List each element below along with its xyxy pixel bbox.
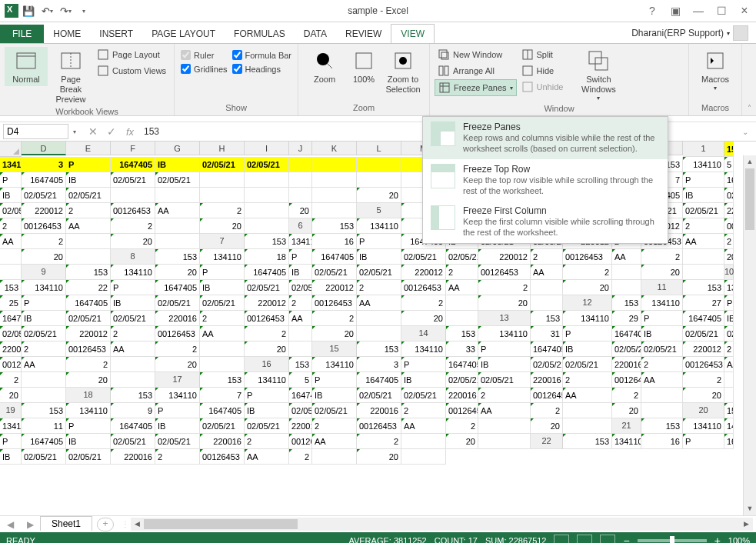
cell-D12[interactable]: 153 [612, 295, 641, 311]
row-header-18[interactable]: 18 [66, 388, 111, 403]
cell-D7[interactable]: 153 [245, 234, 289, 249]
cell-E1[interactable]: 134110 [0, 157, 22, 172]
cell-J16[interactable]: 02/05/21 [531, 357, 563, 372]
scroll-up-icon[interactable]: ▲ [744, 155, 756, 168]
row-header-20[interactable]: 20 [683, 403, 724, 418]
freeze-first-column-item[interactable]: Freeze First Column Keep the first colum… [423, 201, 668, 243]
cell-J1[interactable]: 02/05/21 [200, 157, 245, 172]
cell-I9[interactable]: IB [289, 265, 312, 280]
cell-R21[interactable]: 20 [446, 434, 478, 449]
page-break-view-icon[interactable] [600, 535, 615, 543]
cell-Q14[interactable] [200, 341, 245, 357]
cell-K9[interactable]: 02/05/21 [357, 265, 401, 280]
cell-H1[interactable]: 1647405 [111, 157, 155, 172]
row-header-21[interactable]: 21 [612, 418, 641, 434]
scroll-right-icon[interactable]: ▶ [740, 518, 753, 531]
cell-M22[interactable]: 2 [155, 449, 200, 465]
normal-view-icon[interactable] [554, 535, 569, 543]
cell-M13[interactable]: 2 [111, 326, 155, 341]
cell-O2[interactable] [312, 172, 357, 188]
cell-N9[interactable]: 00126453 [478, 265, 531, 280]
cell-K8[interactable]: 02/05/21 [446, 249, 478, 265]
row-header-11[interactable]: 11 [641, 280, 683, 295]
scroll-down-icon[interactable]: ▼ [744, 502, 756, 515]
cell-Q22[interactable] [312, 449, 357, 465]
cell-N8[interactable]: 00126453 [563, 249, 612, 265]
cell-G11[interactable]: P [22, 295, 66, 311]
custom-views-button[interactable]: Custom Views [94, 63, 169, 78]
cell-E7[interactable]: 134110 [289, 234, 312, 249]
cell-F14[interactable]: 31 [531, 326, 563, 341]
cell-N13[interactable]: 00126453 [155, 326, 200, 341]
cell-D6[interactable]: 153 [312, 218, 357, 234]
cell-K3[interactable]: 02/05/21 [66, 188, 111, 203]
cell-I20[interactable]: IB [155, 418, 200, 434]
formula-bar-checkbox[interactable]: Formula Bar [231, 48, 294, 62]
maximize-icon[interactable]: ☐ [710, 0, 733, 22]
cell-Q8[interactable] [683, 249, 724, 265]
cell-O17[interactable]: AA [641, 372, 683, 388]
cell-F11[interactable]: 25 [0, 295, 22, 311]
cell-E15[interactable]: 134110 [401, 341, 446, 357]
cell-H2[interactable]: 1647405 [22, 172, 66, 188]
cell-P20[interactable]: 2 [446, 418, 478, 434]
cell-M12[interactable]: 2 [200, 311, 245, 326]
cell-E14[interactable]: 134110 [478, 326, 531, 341]
ruler-checkbox[interactable]: Ruler [179, 48, 228, 62]
cell-F18[interactable]: 7 [200, 388, 245, 403]
cell-L19[interactable]: 220016 [357, 403, 401, 418]
cell-F9[interactable]: 20 [155, 265, 200, 280]
cell-R7[interactable]: 20 [22, 249, 66, 265]
cell-N22[interactable]: 00126453 [200, 449, 245, 465]
cell-O5[interactable]: AA [66, 218, 111, 234]
cell-L17[interactable]: 220016 [531, 372, 563, 388]
cell-K12[interactable]: 02/05/21 [111, 311, 155, 326]
cell-M1[interactable] [312, 157, 357, 172]
zoom-slider[interactable] [638, 539, 707, 542]
cell-N21[interactable]: 00126453 [289, 434, 312, 449]
zoom-out-button[interactable]: − [623, 535, 629, 543]
redo-icon[interactable]: ↷▾ [57, 2, 74, 19]
help-icon[interactable]: ? [641, 0, 664, 22]
cell-Q19[interactable] [563, 403, 612, 418]
cell-D14[interactable]: 153 [446, 326, 478, 341]
cell-E8[interactable]: 134110 [200, 249, 245, 265]
cell-F19[interactable]: 9 [111, 403, 155, 418]
cell-L5[interactable]: 220012 [724, 203, 734, 218]
tab-insert[interactable]: INSERT [90, 25, 142, 43]
cell-O15[interactable]: AA [22, 357, 66, 372]
cell-R19[interactable]: 20 [612, 403, 641, 418]
horizontal-scroll-thumb[interactable] [144, 519, 298, 529]
cell-Q20[interactable] [478, 418, 531, 434]
sheet-split-grip[interactable]: ⋮ [122, 520, 128, 528]
cell-Q21[interactable] [401, 434, 446, 449]
zoom-selection-button[interactable]: Zoom to Selection [381, 47, 425, 96]
cell-L11[interactable]: 220012 [245, 295, 289, 311]
sheet-nav-prev-icon[interactable]: ◀ [0, 519, 20, 530]
cell-L8[interactable]: 220012 [478, 249, 531, 265]
cell-J22[interactable]: 02/05/21 [22, 449, 66, 465]
cell-P5[interactable]: 2 [111, 218, 155, 234]
scroll-left-icon[interactable]: ◀ [131, 518, 144, 531]
switch-windows-button[interactable]: Switch Windows▾ [577, 47, 620, 104]
cell-H9[interactable]: 1647405 [245, 265, 289, 280]
cell-H10[interactable]: 1647405 [155, 280, 200, 295]
cell-K11[interactable]: 02/05/21 [200, 295, 245, 311]
freeze-panes-button[interactable]: Freeze Panes▾ [435, 79, 516, 96]
cell-E13[interactable]: 134110 [563, 311, 612, 326]
cell-D16[interactable]: 153 [289, 357, 312, 372]
cell-O8[interactable]: AA [612, 249, 641, 265]
cell-G18[interactable]: P [245, 388, 289, 403]
cell-F8[interactable]: 18 [245, 249, 289, 265]
cell-K20[interactable]: 02/05/21 [245, 418, 289, 434]
qat-customize-icon[interactable]: ▾ [75, 2, 92, 19]
cell-K1[interactable]: 02/05/21 [245, 157, 289, 172]
cell-I14[interactable]: IB [641, 326, 683, 341]
row-header-15[interactable]: 15 [312, 341, 357, 357]
cell-K18[interactable]: 02/05/21 [401, 388, 446, 403]
row-header-5[interactable]: 5 [357, 203, 401, 218]
cell-L16[interactable]: 220016 [612, 357, 641, 372]
cell-E22[interactable]: 134110 [612, 434, 641, 449]
cell-F15[interactable]: 33 [446, 341, 478, 357]
cell-Q12[interactable] [357, 311, 401, 326]
